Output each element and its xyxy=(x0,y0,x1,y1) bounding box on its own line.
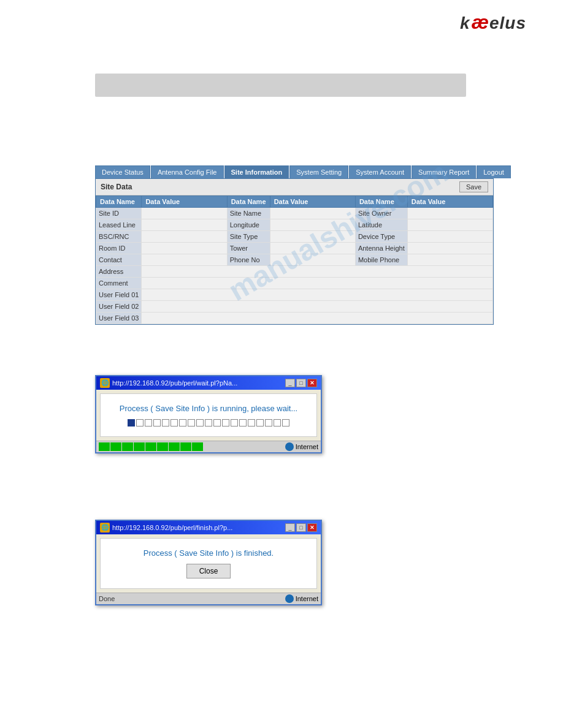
field-input-1-2[interactable] xyxy=(407,219,492,231)
save-button[interactable]: Save xyxy=(459,181,488,192)
tab-antenna-config[interactable]: Antenna Config File xyxy=(151,165,224,178)
popup-wait-close-btn[interactable]: ✕ xyxy=(307,379,317,387)
input-2-0[interactable] xyxy=(144,232,224,241)
progress-empty-square xyxy=(239,419,247,427)
wide-field-3[interactable] xyxy=(144,302,490,311)
progress-empty-square xyxy=(179,419,186,427)
wide-field-1[interactable] xyxy=(144,279,490,287)
popup-finish-title: http://192.168.0.92/pub/perl/finish.pl?p… xyxy=(112,524,232,531)
input-1-0[interactable] xyxy=(144,221,224,229)
progress-empty-square xyxy=(256,419,264,427)
green-progress-block xyxy=(157,442,168,451)
field-label-0-1: Site Name xyxy=(227,208,270,219)
popup-finish-minimize-btn[interactable]: _ xyxy=(285,523,295,532)
wide-field-4[interactable] xyxy=(144,314,490,322)
progress-empty-square xyxy=(274,419,281,427)
wide-field-2[interactable] xyxy=(144,290,490,299)
globe-icon-wait xyxy=(285,442,294,451)
field-input-4-0[interactable] xyxy=(142,254,227,266)
input-0-0[interactable] xyxy=(144,209,224,218)
popup-finish-internet-label: Internet xyxy=(296,595,318,602)
input-4-0[interactable] xyxy=(144,256,224,264)
progress-empty-square xyxy=(222,419,229,427)
col-header-data-name-1: Data Name xyxy=(96,196,142,208)
input-3-2[interactable] xyxy=(410,244,490,252)
field-input-2-2[interactable] xyxy=(407,231,492,243)
field-input-0-1[interactable] xyxy=(270,208,355,219)
field-label-2-1: Site Type xyxy=(227,231,270,243)
field-label-3-2: Antenna Height xyxy=(355,243,407,254)
wide-input-3[interactable] xyxy=(142,301,493,313)
input-0-2[interactable] xyxy=(410,209,490,218)
green-progress-block xyxy=(145,442,156,451)
input-2-1[interactable] xyxy=(273,232,353,241)
input-4-2[interactable] xyxy=(410,256,490,264)
input-0-1[interactable] xyxy=(273,209,353,218)
progress-empty-square xyxy=(196,419,204,427)
field-input-4-1[interactable] xyxy=(270,254,355,266)
popup-finish-close-button[interactable]: Close xyxy=(186,564,231,578)
field-input-0-2[interactable] xyxy=(407,208,492,219)
popup-wait-message: Process ( Save Site Info ) is running, p… xyxy=(113,404,304,413)
col-header-data-name-3: Data Name xyxy=(355,196,407,208)
popup-finish-message: Process ( Save Site Info ) is finished. xyxy=(113,548,304,558)
popup-finish-body: Process ( Save Site Info ) is finished. … xyxy=(100,538,317,589)
field-input-1-0[interactable] xyxy=(142,219,227,231)
input-3-0[interactable] xyxy=(144,244,224,252)
popup-finish-close-btn[interactable]: ✕ xyxy=(307,523,317,532)
wide-field-0[interactable] xyxy=(144,267,490,276)
tab-system-account[interactable]: System Account xyxy=(349,165,411,178)
field-label-4-1: Phone No xyxy=(227,254,270,266)
green-progress-block xyxy=(192,442,203,451)
wide-table-row: Comment xyxy=(96,278,493,289)
input-2-2[interactable] xyxy=(410,232,490,241)
tab-logout[interactable]: Logout xyxy=(477,165,511,178)
table-row: Room IDTowerAntenna Height xyxy=(96,243,493,254)
field-input-3-0[interactable] xyxy=(142,243,227,254)
wide-label-1: Comment xyxy=(96,278,142,289)
wide-label-2: User Field 01 xyxy=(96,289,142,301)
wide-input-1[interactable] xyxy=(142,278,493,289)
field-label-2-0: BSC/RNC xyxy=(96,231,142,243)
nav-tabs: Device Status Antenna Config File Site I… xyxy=(95,165,494,178)
tab-system-setting[interactable]: System Setting xyxy=(289,165,348,178)
wide-input-2[interactable] xyxy=(142,289,493,301)
field-input-4-2[interactable] xyxy=(407,254,492,266)
table-row: Leased LineLongitudeLatitude xyxy=(96,219,493,231)
col-header-data-value-3: Data Value xyxy=(407,196,492,208)
wide-input-0[interactable] xyxy=(142,266,493,278)
tab-site-information[interactable]: Site Information xyxy=(224,165,289,178)
input-4-1[interactable] xyxy=(273,256,353,264)
field-input-3-1[interactable] xyxy=(270,243,355,254)
field-input-1-1[interactable] xyxy=(270,219,355,231)
main-content: Device Status Antenna Config File Site I… xyxy=(95,165,494,325)
wide-input-4[interactable] xyxy=(142,313,493,324)
field-input-2-1[interactable] xyxy=(270,231,355,243)
popup-wait-titlebar: 🌐 http://192.168.0.92/pub/perl/wait.pl?p… xyxy=(96,376,321,390)
tab-device-status[interactable]: Device Status xyxy=(95,165,150,178)
field-input-3-2[interactable] xyxy=(407,243,492,254)
progress-empty-square xyxy=(162,419,169,427)
popup-wait-statusbar: Internet xyxy=(96,441,321,452)
popup-wait-maximize-btn[interactable]: □ xyxy=(296,379,306,387)
popup-finish-maximize-btn[interactable]: □ xyxy=(296,523,306,532)
field-label-1-1: Longitude xyxy=(227,219,270,231)
popup-wait-minimize-btn[interactable]: _ xyxy=(285,379,295,387)
input-1-1[interactable] xyxy=(273,221,353,229)
popup-finish-done-label: Done xyxy=(99,595,115,602)
site-data-title: Site Data xyxy=(101,183,132,191)
wide-table-row: Address xyxy=(96,266,493,278)
tab-summary-report[interactable]: Summary Report xyxy=(412,165,476,178)
field-label-3-1: Tower xyxy=(227,243,270,254)
globe-icon-finish xyxy=(285,594,294,603)
col-header-data-name-2: Data Name xyxy=(227,196,270,208)
input-3-1[interactable] xyxy=(273,244,353,252)
popup-wait-internet-status: Internet xyxy=(285,442,318,451)
green-progress-block xyxy=(180,442,191,451)
field-input-2-0[interactable] xyxy=(142,231,227,243)
field-label-4-0: Contact xyxy=(96,254,142,266)
gray-bar xyxy=(95,74,466,97)
input-1-2[interactable] xyxy=(410,221,490,229)
field-input-0-0[interactable] xyxy=(142,208,227,219)
field-label-0-2: Site Owner xyxy=(355,208,407,219)
